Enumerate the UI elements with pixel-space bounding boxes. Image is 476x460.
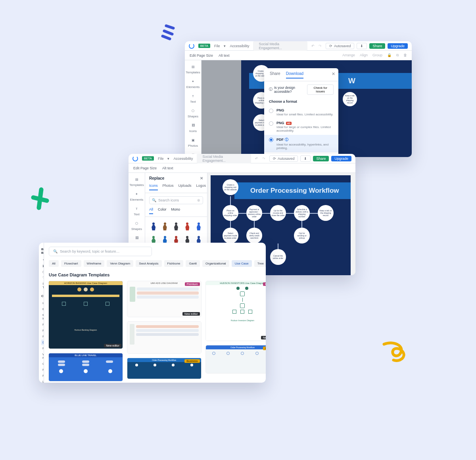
rail-text[interactable]: TText bbox=[134, 205, 140, 216]
icon-thumb[interactable] bbox=[183, 220, 192, 231]
download-icon-button[interactable]: ⬇ bbox=[357, 43, 367, 49]
radio-icon bbox=[269, 109, 273, 113]
option-png[interactable]: PNGIdeal for small files. Limited access… bbox=[264, 106, 338, 119]
radio-icon bbox=[269, 138, 273, 142]
redo-icon[interactable]: ↷ bbox=[262, 157, 265, 161]
document-name-field[interactable]: Social Media Engagement... bbox=[253, 41, 307, 51]
download-icon-button[interactable]: ⬇ bbox=[300, 155, 311, 162]
template-card[interactable]: Order Processing Workflow Business bbox=[127, 358, 201, 379]
template-card[interactable]: HORIZON BANKING Use Case Diagram bbox=[49, 281, 123, 349]
rail-shapes[interactable]: ⬡Shapes bbox=[188, 107, 198, 118]
sidebar-item-white-papers[interactable]: White Papers bbox=[41, 351, 44, 361]
tab-photos[interactable]: Photos bbox=[163, 184, 174, 190]
rail-photos[interactable]: ▣Photos bbox=[188, 137, 198, 148]
chip-gantt[interactable]: Gantt bbox=[186, 260, 200, 267]
redo-icon[interactable]: ↷ bbox=[319, 44, 322, 48]
arrange-button[interactable]: Arrange bbox=[342, 53, 355, 58]
subtab-color[interactable]: Color bbox=[158, 207, 167, 214]
edit-page-size-button[interactable]: Edit Page Size bbox=[190, 54, 213, 58]
sidebar-item-reports[interactable]: Reports bbox=[41, 345, 44, 351]
sidebar-item-see-all[interactable]: See All Templates bbox=[41, 281, 44, 290]
clear-icon[interactable]: ⊗ bbox=[197, 198, 200, 202]
subtab-all[interactable]: All bbox=[149, 207, 153, 214]
chip-wireframe[interactable]: Wireframe bbox=[84, 260, 105, 267]
sidebar-item-diagrams[interactable]: Diagrams bbox=[41, 339, 44, 345]
chip-tree[interactable]: Tree bbox=[254, 260, 266, 267]
close-icon[interactable]: ✕ bbox=[200, 176, 203, 180]
chip-fishbone[interactable]: Fishbone bbox=[164, 260, 184, 267]
template-card[interactable]: BLUE LINE TRAVEL bbox=[49, 353, 123, 381]
chip-all[interactable]: All bbox=[49, 260, 59, 267]
icon-thumb[interactable] bbox=[194, 220, 203, 231]
sidebar-item-presentations[interactable]: Presentations bbox=[41, 328, 44, 334]
icon-thumb[interactable] bbox=[160, 220, 169, 231]
delete-icon[interactable]: 🗑 bbox=[403, 53, 407, 58]
sidebar-item-infographics[interactable]: Infographics bbox=[41, 300, 44, 306]
autosaved-chip: ⟳ Autosaved bbox=[326, 43, 355, 49]
menu-accessibility[interactable]: Accessibility bbox=[173, 157, 193, 161]
sidebar-item-posters[interactable]: Posters bbox=[41, 322, 44, 328]
sidebar-item-featured[interactable]: ▣Featured bbox=[41, 263, 44, 269]
decorative-swirl bbox=[380, 339, 411, 364]
undo-icon[interactable]: ↶ bbox=[311, 44, 315, 48]
edit-page-size-button[interactable]: Edit Page Size bbox=[133, 166, 157, 170]
beta-badge: BETA bbox=[142, 156, 154, 161]
upgrade-button[interactable]: Upgrade bbox=[388, 43, 408, 49]
rail-elements[interactable]: ✦Elements bbox=[130, 191, 143, 201]
rail-text[interactable]: TText bbox=[190, 93, 196, 104]
sidebar-item-letterheads[interactable]: Letterheads bbox=[41, 379, 44, 383]
sidebar-item-flyers[interactable]: Flyers bbox=[41, 334, 44, 339]
template-card[interactable]: HUDSON INVESTORS Use Case Diagram Hudson… bbox=[206, 281, 266, 341]
choose-format-heading: Choose a format bbox=[264, 98, 338, 106]
search-input[interactable]: 🔍 Search by keyword, topic or feature… bbox=[49, 247, 152, 256]
tab-download[interactable]: Download bbox=[286, 71, 303, 79]
icon-thumb[interactable] bbox=[149, 220, 158, 231]
document-name-field[interactable]: Social Media Engagement... bbox=[197, 154, 251, 163]
duplicate-icon[interactable]: ⧉ bbox=[396, 53, 399, 58]
share-button[interactable]: Share bbox=[369, 43, 385, 49]
sidebar-item-charts[interactable]: Charts bbox=[41, 361, 44, 367]
template-card[interactable] bbox=[127, 322, 201, 353]
chip-venn-diagram[interactable]: Venn Diagram bbox=[107, 260, 133, 267]
share-button[interactable]: Share bbox=[313, 156, 329, 161]
rail-templates[interactable]: ▤Templates bbox=[186, 63, 200, 74]
close-icon[interactable]: ✕ bbox=[332, 71, 335, 77]
chip-flowchart[interactable]: Flowchart bbox=[61, 260, 81, 267]
align-button[interactable]: Align bbox=[360, 53, 368, 58]
upgrade-button[interactable]: Upgrade bbox=[331, 156, 351, 161]
subtab-mono[interactable]: Mono bbox=[171, 207, 180, 214]
alt-text-button[interactable]: Alt text bbox=[162, 166, 173, 170]
icon-search-input[interactable]: 🔍 Search icons ⊗ bbox=[149, 196, 203, 204]
check-issues-button[interactable]: Check for issues bbox=[307, 84, 334, 95]
sidebar-item-mind-maps[interactable]: Mind Maps bbox=[41, 312, 44, 322]
template-card[interactable]: Order Processing Workflow Business bbox=[206, 345, 266, 373]
rail-shapes[interactable]: ⬡Shapes bbox=[131, 220, 142, 231]
tab-uploads[interactable]: Uploads bbox=[178, 184, 192, 190]
rail-icons[interactable]: 🖼Icons bbox=[189, 122, 197, 133]
undo-icon[interactable]: ↶ bbox=[255, 157, 258, 161]
sidebar-item-recommended[interactable]: ✦Recommended bbox=[41, 257, 44, 263]
chip-swot-analysis[interactable]: Swot Analysis bbox=[136, 260, 161, 267]
sidebar-item-favorites[interactable]: ♡Favorites bbox=[41, 275, 44, 281]
tab-share[interactable]: Share bbox=[270, 71, 280, 79]
lock-icon[interactable]: 🔒 bbox=[387, 53, 392, 58]
rail-elements[interactable]: ✦Elements bbox=[186, 78, 200, 89]
rail-templates[interactable]: ▤Templates bbox=[129, 176, 144, 187]
chip-organizational[interactable]: Organizational bbox=[202, 260, 229, 267]
group-button[interactable]: Group bbox=[372, 53, 382, 58]
option-png-hd[interactable]: PNGHDIdeal for large or complex files. L… bbox=[264, 119, 338, 135]
sidebar-item-accessible[interactable]: ◑Accessible bbox=[41, 269, 44, 275]
icon-thumb[interactable] bbox=[172, 220, 180, 231]
sidebar-item-brochures[interactable]: Brochures bbox=[41, 306, 44, 312]
sidebar-item-roadmaps[interactable]: Roadmaps bbox=[41, 373, 44, 379]
menu-accessibility[interactable]: Accessibility bbox=[230, 44, 249, 48]
menu-file[interactable]: File bbox=[214, 44, 220, 48]
chip-use-case[interactable]: Use Case bbox=[232, 260, 252, 267]
menu-file[interactable]: File bbox=[158, 157, 164, 161]
sidebar-item-resumes[interactable]: Resumes bbox=[41, 367, 44, 373]
template-card[interactable]: UMI ADS USE DIAGRAM Premium New editor bbox=[127, 281, 201, 317]
alt-text-button[interactable]: Alt text bbox=[219, 54, 230, 58]
tab-icons[interactable]: Icons bbox=[149, 184, 158, 190]
tab-logos[interactable]: Logos bbox=[196, 184, 206, 190]
option-pdf[interactable]: PDF ⓘIdeal for accessibility, hyperlinks… bbox=[264, 135, 338, 152]
